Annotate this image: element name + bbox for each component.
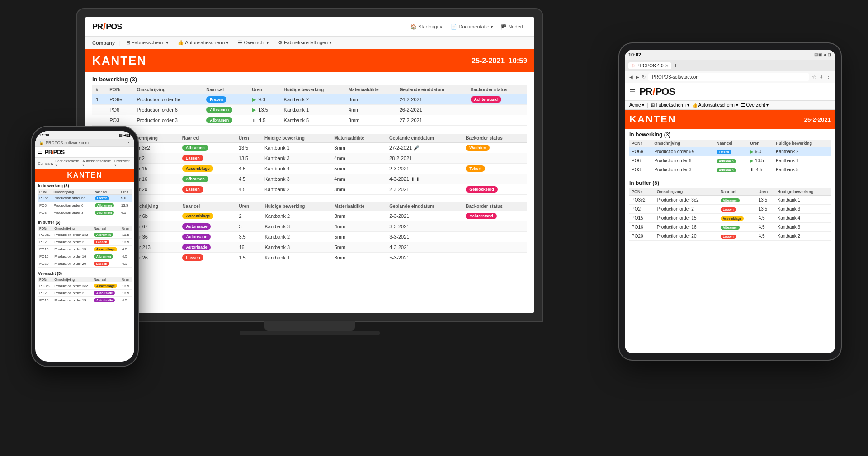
table-row[interactable]: PO20 Production order 20 Lassen 4.5 <box>38 260 132 268</box>
pause-icon: ⏸ <box>750 167 755 172</box>
phone-buffer-title: In buffer (5) <box>38 220 132 225</box>
table-row[interactable]: PO6 Production order 6 Afbramen ▶ 13.5 K… <box>92 105 527 115</box>
fabrieksinstellingen-btn[interactable]: ⚙ Fabrieksinstellingen ▾ <box>275 39 335 47</box>
documentatie-link[interactable]: 📄 Documentatie ▾ <box>451 24 493 30</box>
table-row[interactable]: PO15 Production order 15 Assemblage 4.5 <box>38 246 132 253</box>
table-row[interactable]: PO15 order 15 Assemblage 4.5 Kantbank 4 … <box>92 164 527 174</box>
table-row[interactable]: PO6e Production order 6e Frezen ▶ 9.0 Ka… <box>629 147 831 156</box>
table-row[interactable]: PO3c2 Production order 3c2 Afbramen 13.5 <box>38 231 132 239</box>
in-bewerking-section: In bewerking (3) # PONr Omschrijving Naa… <box>85 72 534 129</box>
bookmark-btn[interactable]: ☆ <box>812 74 816 80</box>
back-btn[interactable]: ◀ <box>629 75 633 80</box>
table-row[interactable]: PO16 order 16 Afbramen 4.5 Kantbank 3 4m… <box>92 174 527 184</box>
table-row[interactable]: PO3c2 Production order 3c2 Afbramen 13.5… <box>629 196 831 205</box>
table-row[interactable]: PO6 Production order 6 Afbramen 13.5 <box>38 202 132 209</box>
table-row[interactable]: PO3 Production order 3 Afbramen ⏸ 4.5 Ka… <box>92 115 527 126</box>
phone-autorisatie-btn[interactable]: Autorisatiescherm ▾ <box>82 159 113 167</box>
autorisatiescherm-btn[interactable]: 👍 Autorisatiescherm ▾ <box>175 39 232 47</box>
phone-overzicht-btn[interactable]: Overzicht ▾ <box>114 159 132 167</box>
phone-menu-icon[interactable]: ⋮ <box>127 141 131 145</box>
phone-urlbar[interactable]: 🔒 PROPOS-software.com ⋮ <box>35 139 134 147</box>
startpagina-link[interactable]: 🏠 Startpagina <box>410 24 443 30</box>
tablet-screen: 10:02 ▤▣ ◀ ◨ ⊕ PROPOS 4.0 ✕ + ◀ ▶ ↻ PROP… <box>625 50 835 353</box>
table-row[interactable]: PO67 order 67 Autorisatie 3 Kantbank 3 4… <box>92 221 527 232</box>
tablet-buffer-table: PONr Omschrijving Naar cel Uren Huidige … <box>629 188 831 241</box>
tablet-kanten-date: 25-2-2021 <box>804 116 831 123</box>
table-row[interactable]: PO2 Production order 2 Lassen 13.5 Kantb… <box>629 205 831 214</box>
phone-buffer-table: PONr Omschrijving Naar cel Uren PO3c2 Pr… <box>38 226 132 268</box>
table-row[interactable]: PO2 Production order 2 Autorisatie 13.5 <box>38 290 132 297</box>
tab-close-btn[interactable]: ✕ <box>665 63 669 68</box>
table-row[interactable]: PO36 order 36 Autorisatie 3.5 Kantbank 2… <box>92 232 527 242</box>
table-row[interactable]: PO15 Production order 15 Autorisatie 4.5 <box>38 297 132 304</box>
table-row[interactable]: PO3 Production order 3 Afbramen ⏸ 4.5 Ka… <box>629 165 831 174</box>
fabriekscherm-btn[interactable]: ⊞ Fabriekscherm ▾ <box>123 39 171 47</box>
badge-autorisatie: Autorisatie <box>94 298 115 302</box>
kanten-title: KANTEN <box>92 54 146 68</box>
badge-lassen: Lassen <box>182 254 203 261</box>
monitor-nav-right: 🏠 Startpagina 📄 Documentatie ▾ 🏴 Nederl.… <box>410 24 527 30</box>
language-link[interactable]: 🏴 Nederl... <box>500 24 527 30</box>
overzicht-btn[interactable]: ☰ Overzicht ▾ <box>235 39 272 47</box>
phone-fabriekscherm-btn[interactable]: Fabriekscherm ▾ <box>55 159 80 167</box>
menu-btn[interactable]: ⋮ <box>826 74 831 80</box>
table-row[interactable]: PO2 Production order 2 Lassen 13.5 <box>38 239 132 246</box>
monitor: PR/POS 🏠 Startpagina 📄 Documentatie ▾ 🏴 … <box>77 9 542 334</box>
table-row[interactable]: PO16 Production order 16 Afbramen 4.5 Ka… <box>629 223 831 232</box>
kanten-date: 25-2-2021 10:59 <box>472 57 527 65</box>
tablet-overzicht-btn[interactable]: ☰ Overzicht ▾ <box>741 103 769 108</box>
play-icon: ▶ <box>252 107 256 113</box>
table-row[interactable]: 1 PO6e Production order 6e Frezen ▶ 9.0 … <box>92 94 527 105</box>
table-row[interactable]: PO2 order 2 Lassen 13.5 Kantbank 3 4mm 2… <box>92 153 527 164</box>
badge-afbramen: Afbramen <box>206 107 232 113</box>
buffer-section: PONr Omschrijving Naar cel Uren Huidige … <box>85 130 534 198</box>
badge-assemblage: Assemblage <box>182 165 213 172</box>
hamburger-icon[interactable]: ☰ <box>629 88 636 96</box>
badge-afbramen: Afbramen <box>717 159 736 163</box>
tablet-autorisatiescherm-btn[interactable]: 👍 Autorisatiescherm ▾ <box>692 103 738 108</box>
badge-autorisatie: Autorisatie <box>182 234 211 240</box>
forward-btn[interactable]: ▶ <box>636 75 639 80</box>
acme-company[interactable]: Acme ▾ <box>629 103 644 108</box>
table-row[interactable]: PO16 Production order 16 Afbramen 4.5 <box>38 253 132 260</box>
download-btn[interactable]: ⬇ <box>819 74 823 80</box>
table-row[interactable]: PO20 order 20 Lassen 4.5 Kantbank 2 3mm … <box>92 184 527 195</box>
tablet-fabriekscherm-btn[interactable]: ⊞ Fabriekscherm ▾ <box>651 103 689 108</box>
badge-afbramen: Afbramen <box>721 198 740 202</box>
phone-status-icons: ▤ ◀ ◨ <box>119 133 131 137</box>
monitor-topbar: PR/POS 🏠 Startpagina 📄 Documentatie ▾ 🏴 … <box>85 17 534 37</box>
phone-hamburger-icon[interactable]: ☰ <box>38 149 42 155</box>
url-bar[interactable]: PROPOS-software.com <box>648 73 809 81</box>
badge-lassen: Lassen <box>721 207 736 212</box>
table-row[interactable]: PO15 Production order 15 Assemblage 4.5 … <box>629 214 831 223</box>
badge-afbramen: Afbramen <box>206 117 232 123</box>
tablet-kanten-title: KANTEN <box>629 113 676 125</box>
phone-table-header: PONr Omschrijving Naar cel Uren <box>38 189 132 195</box>
play-icon: ▶ <box>252 96 256 103</box>
badge-afbramen: Afbramen <box>182 176 208 182</box>
table-row[interactable]: PO20 Production order 20 Lassen 4.5 Kant… <box>629 232 831 241</box>
table-row[interactable]: PO6 Production order 6 Afbramen ▶ 13.5 K… <box>629 156 831 165</box>
table-row[interactable]: PO26 order 26 Lassen 1.5 Kantbank 1 3mm … <box>92 253 527 263</box>
table-row[interactable]: PO6b order 6b Assemblage 2 Kantbank 2 3m… <box>92 211 527 221</box>
table-row[interactable]: PO6e Production order 6e Frezen 9.0 <box>38 195 132 202</box>
phone-time: 17:39 <box>39 133 49 137</box>
badge-afbramen: Afbramen <box>721 226 740 230</box>
tablet-nav-bar: ◀ ▶ ↻ PROPOS-software.com ☆ ⬇ ⋮ <box>625 71 835 83</box>
phone-kanten-title: KANTEN <box>67 171 103 179</box>
phone-in-bewerking-section: In bewerking (3) PONr Omschrijving Naar … <box>35 182 134 218</box>
tab-item[interactable]: ⊕ PROPOS 4.0 ✕ <box>628 62 671 69</box>
phone-buffer-section: In buffer (5) PONr Omschrijving Naar cel… <box>35 218 134 269</box>
table-row[interactable]: PO213 order 213 Autorisatie 16 Kantbank … <box>92 242 527 253</box>
table-row[interactable]: PO3 Production order 3 Afbramen 4.5 <box>38 209 132 216</box>
table-row[interactable]: PO3c2 Production order 3c2 Assemblage 13… <box>38 282 132 290</box>
table-row[interactable]: PO3c2 order 3c2 Afbramen 13.5 Kantbank 1… <box>92 143 527 153</box>
monitor-screen: PR/POS 🏠 Startpagina 📄 Documentatie ▾ 🏴 … <box>85 17 534 313</box>
new-tab-btn[interactable]: + <box>674 62 677 69</box>
badge-lassen: Lassen <box>721 235 736 239</box>
refresh-btn[interactable]: ↻ <box>642 75 646 80</box>
badge-autorisatie: Autorisatie <box>182 244 211 250</box>
kanten-header: KANTEN 25-2-2021 10:59 <box>85 49 534 72</box>
tab-label: PROPOS 4.0 <box>637 63 663 68</box>
phone-verwacht-table: PONr Omschrijving Naar cel Uren PO3c2 Pr… <box>38 277 132 304</box>
